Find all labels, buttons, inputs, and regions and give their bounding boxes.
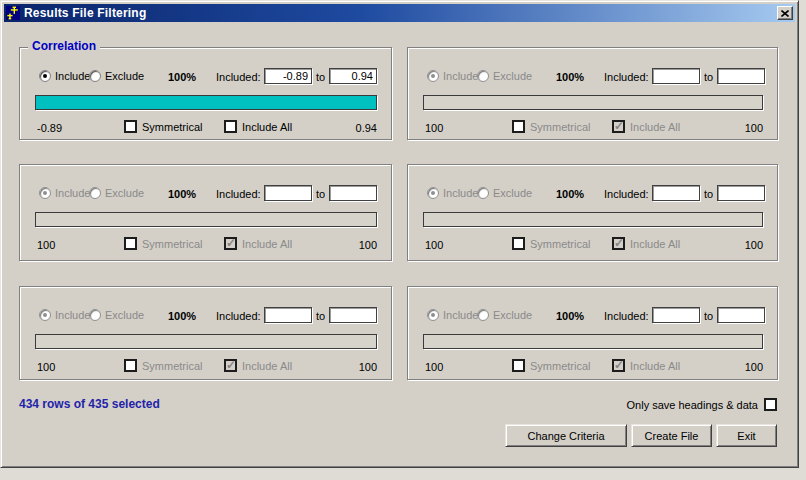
range-to-input[interactable] xyxy=(329,68,377,84)
close-button[interactable] xyxy=(777,6,793,20)
symmetrical-checkbox[interactable] xyxy=(124,120,137,133)
percent-label: 100% xyxy=(168,71,196,83)
symmetrical-checkbox-group[interactable]: Symmetrical xyxy=(512,359,591,372)
range-bar[interactable] xyxy=(35,334,377,349)
exclude-radio[interactable]: Exclude xyxy=(477,70,532,82)
range-max-label: 100 xyxy=(359,361,377,373)
include-all-checkbox[interactable] xyxy=(224,237,237,250)
include-radio[interactable]: Include xyxy=(427,187,478,199)
symmetrical-checkbox-group[interactable]: Symmetrical xyxy=(512,237,591,250)
include-all-checkbox[interactable] xyxy=(224,120,237,133)
panel-controls-row: Include Exclude 100% Included: to xyxy=(20,66,391,86)
range-from-input[interactable] xyxy=(264,185,312,201)
range-max-label: 0.94 xyxy=(356,122,377,134)
include-radio[interactable]: Include xyxy=(39,309,90,321)
range-bar[interactable] xyxy=(35,212,377,227)
range-to-input[interactable] xyxy=(717,307,765,323)
close-icon xyxy=(781,10,789,17)
symmetrical-checkbox[interactable] xyxy=(512,120,525,133)
panel-title: Correlation xyxy=(28,39,100,53)
symmetrical-checkbox-group[interactable]: Symmetrical xyxy=(124,237,203,250)
filter-panel-5: Include Exclude 100% Included: to 100 Sy… xyxy=(19,286,392,380)
only-save-label: Only save headings & data xyxy=(627,399,758,411)
only-save-option: Only save headings & data xyxy=(627,398,777,411)
include-all-checkbox[interactable] xyxy=(612,120,625,133)
filter-panel-6: Include Exclude 100% Included: to 100 Sy… xyxy=(407,286,778,380)
range-bar[interactable] xyxy=(35,95,377,110)
range-bar[interactable] xyxy=(423,334,763,349)
include-all-checkbox-group[interactable]: Include All xyxy=(224,359,292,372)
include-all-label: Include All xyxy=(242,120,292,133)
panel-controls-row: Include Exclude 100% Included: to xyxy=(408,66,777,86)
included-label: Included: xyxy=(604,310,649,322)
range-min-label: 100 xyxy=(425,361,443,373)
include-all-checkbox-group[interactable]: Include All xyxy=(612,237,680,250)
exclude-radio[interactable]: Exclude xyxy=(477,309,532,321)
include-all-checkbox[interactable] xyxy=(612,237,625,250)
symmetrical-checkbox-group[interactable]: Symmetrical xyxy=(124,359,203,372)
radio-icon xyxy=(89,309,101,321)
panel-controls-row: Include Exclude 100% Included: to xyxy=(408,305,777,325)
symmetrical-label: Symmetrical xyxy=(142,237,203,250)
radio-icon xyxy=(39,309,51,321)
range-from-input[interactable] xyxy=(652,185,700,201)
exclude-radio[interactable]: Exclude xyxy=(477,187,532,199)
include-all-checkbox-group[interactable]: Include All xyxy=(612,120,680,133)
symmetrical-checkbox[interactable] xyxy=(512,359,525,372)
included-label: Included: xyxy=(216,310,261,322)
exclude-radio[interactable]: Exclude xyxy=(89,70,144,82)
radio-icon xyxy=(89,187,101,199)
include-radio-label: Include xyxy=(443,187,478,199)
create-file-button[interactable]: Create File xyxy=(631,424,712,447)
include-radio[interactable]: Include xyxy=(427,70,478,82)
include-all-checkbox-group[interactable]: Include All xyxy=(612,359,680,372)
panel-bottom-row: 100 Symmetrical Include All 100 xyxy=(20,359,391,375)
range-from-input[interactable] xyxy=(264,68,312,84)
to-label: to xyxy=(316,188,325,200)
range-to-input[interactable] xyxy=(329,185,377,201)
exit-button[interactable]: Exit xyxy=(716,424,777,447)
included-label: Included: xyxy=(604,71,649,83)
range-from-input[interactable] xyxy=(652,68,700,84)
symmetrical-checkbox[interactable] xyxy=(124,237,137,250)
include-radio[interactable]: Include xyxy=(39,70,90,82)
range-bar-fill xyxy=(36,96,376,109)
change-criteria-button[interactable]: Change Criteria xyxy=(505,424,627,447)
range-bar[interactable] xyxy=(423,212,763,227)
symmetrical-checkbox[interactable] xyxy=(512,237,525,250)
range-bar[interactable] xyxy=(423,95,763,110)
symmetrical-checkbox-group[interactable]: Symmetrical xyxy=(124,120,203,133)
include-radio[interactable]: Include xyxy=(427,309,478,321)
status-text: 434 rows of 435 selected xyxy=(19,397,160,411)
only-save-checkbox[interactable] xyxy=(764,398,777,411)
include-radio-label: Include xyxy=(443,309,478,321)
range-to-input[interactable] xyxy=(717,185,765,201)
include-all-checkbox-group[interactable]: Include All xyxy=(224,237,292,250)
exclude-radio-label: Exclude xyxy=(105,187,144,199)
symmetrical-label: Symmetrical xyxy=(530,237,591,250)
exclude-radio-label: Exclude xyxy=(493,70,532,82)
radio-icon xyxy=(39,187,51,199)
include-radio-label: Include xyxy=(55,309,90,321)
include-all-checkbox[interactable] xyxy=(224,359,237,372)
exclude-radio[interactable]: Exclude xyxy=(89,187,144,199)
range-to-input[interactable] xyxy=(717,68,765,84)
include-radio[interactable]: Include xyxy=(39,187,90,199)
range-from-input[interactable] xyxy=(264,307,312,323)
exclude-radio[interactable]: Exclude xyxy=(89,309,144,321)
filter-panel-3: Include Exclude 100% Included: to 100 Sy… xyxy=(19,164,392,261)
percent-label: 100% xyxy=(556,310,584,322)
percent-label: 100% xyxy=(168,188,196,200)
percent-label: 100% xyxy=(556,71,584,83)
range-from-input[interactable] xyxy=(652,307,700,323)
included-label: Included: xyxy=(604,188,649,200)
radio-icon xyxy=(427,70,439,82)
symmetrical-checkbox-group[interactable]: Symmetrical xyxy=(512,120,591,133)
include-all-checkbox[interactable] xyxy=(612,359,625,372)
include-all-checkbox-group[interactable]: Include All xyxy=(224,120,292,133)
range-to-input[interactable] xyxy=(329,307,377,323)
plot-icon xyxy=(6,6,20,20)
radio-icon xyxy=(89,70,101,82)
included-label: Included: xyxy=(216,188,261,200)
symmetrical-checkbox[interactable] xyxy=(124,359,137,372)
